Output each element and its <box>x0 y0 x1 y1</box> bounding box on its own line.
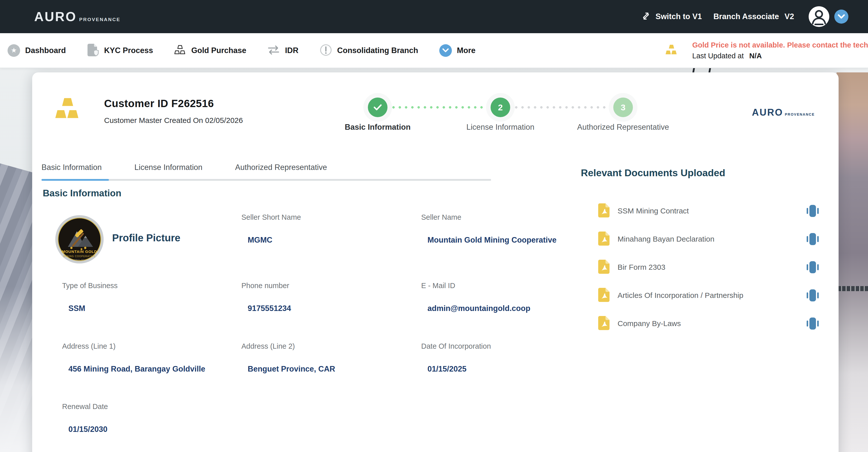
field-email-id: E - Mail ID admin@mountaingold.coop <box>421 282 530 313</box>
switch-to-v1-label: Switch to V1 <box>655 12 702 21</box>
swap-arrows-icon <box>641 10 651 23</box>
nav-label-more: More <box>457 46 475 55</box>
gold-price-status: Gold Price is not available. Please cont… <box>665 33 868 68</box>
document-name: SSM Mining Contract <box>618 207 689 215</box>
section-heading: Basic Information <box>43 188 121 199</box>
stepper-connector-upcoming <box>515 106 609 108</box>
customer-detail-card: Customer ID F262516 Customer Master Crea… <box>32 72 839 452</box>
main-navbar: ★ Dashboard KYC Process Gold Purchase <box>0 33 868 68</box>
step-basic-information: Basic Information <box>316 98 439 132</box>
nav-label-dashboard: Dashboard <box>25 46 66 55</box>
step-check-icon <box>368 98 388 117</box>
chevron-down-circle-icon <box>439 44 452 57</box>
document-row: Bir Form 2303 <box>598 253 819 281</box>
nav-item-dashboard[interactable]: ★ Dashboard <box>7 44 66 57</box>
tab-basic-information[interactable]: Basic Information <box>41 163 102 172</box>
svg-text:MNGL-001: MNGL-001 <box>74 259 85 261</box>
swap-arrows-icon <box>267 45 280 56</box>
view-document-button[interactable] <box>806 317 819 330</box>
field-label: Address (Line 1) <box>62 342 116 350</box>
field-value: Mountain Gold Mining Cooperative <box>428 235 556 245</box>
document-name: Company By-Laws <box>618 319 681 328</box>
field-renewal-date: Renewal Date 01/15/2030 <box>62 402 108 434</box>
field-value: MGMC <box>248 235 301 245</box>
field-value: 9175551234 <box>248 304 291 313</box>
tab-underline-track <box>41 179 491 181</box>
step-label: Basic Information <box>345 123 411 132</box>
nav-label-consolidating-branch: Consolidating Branch <box>337 46 418 55</box>
view-document-button[interactable] <box>806 260 819 274</box>
nav-item-consolidating-branch[interactable]: Consolidating Branch <box>319 44 418 57</box>
last-updated: Last Updated at N/A <box>692 52 868 60</box>
field-label: Type of Business <box>62 282 118 290</box>
brand-logo: AURO PROVENANCE <box>34 10 120 23</box>
background-mine-terraces <box>837 72 868 452</box>
brand-name: AURO <box>34 10 77 23</box>
stepper-connector-done <box>392 106 486 108</box>
nav-item-idr[interactable]: IDR <box>267 45 298 56</box>
tab-underline-active <box>41 179 109 181</box>
view-document-button[interactable] <box>806 204 819 218</box>
pdf-file-icon <box>598 288 610 303</box>
field-label: Seller Short Name <box>241 213 301 221</box>
field-value: SSM <box>68 304 118 313</box>
nav-label-gold-purchase: Gold Purchase <box>191 46 246 55</box>
brand-name: AURO <box>752 107 783 118</box>
field-value: 456 Mining Road, Barangay Goldville <box>68 364 205 374</box>
nav-label-kyc-process: KYC Process <box>104 46 153 55</box>
field-seller-short-name: Seller Short Name MGMC <box>241 213 301 245</box>
avatar[interactable] <box>809 6 829 27</box>
profile-picture: MOUNTAIN GOLD MINING COOPERATIVE MNGL-00… <box>55 215 104 264</box>
profile-picture-label: Profile Picture <box>112 232 180 244</box>
field-seller-name: Seller Name Mountain Gold Mining Coopera… <box>421 213 556 245</box>
customer-titles: Customer ID F262516 Customer Master Crea… <box>104 98 243 125</box>
field-type-of-business: Type of Business SSM <box>62 282 118 313</box>
nav-label-idr: IDR <box>285 46 298 55</box>
field-value: admin@mountaingold.coop <box>428 304 530 313</box>
pdf-file-icon <box>598 316 610 331</box>
switch-to-v1-button[interactable]: Switch to V1 <box>641 10 702 23</box>
gold-bars-outline-icon <box>174 44 186 57</box>
field-address-line-1: Address (Line 1) 456 Mining Road, Barang… <box>62 342 205 374</box>
document-shield-icon <box>87 43 99 58</box>
nav-item-gold-purchase[interactable]: Gold Purchase <box>174 44 246 57</box>
tab-authorized-representative[interactable]: Authorized Representative <box>235 163 327 172</box>
chevron-down-icon <box>838 14 845 19</box>
field-phone-number: Phone number 9175551234 <box>241 282 291 313</box>
star-circle-icon: ★ <box>7 44 20 57</box>
field-label: Address (Line 2) <box>241 342 295 350</box>
field-value: 01/15/2025 <box>428 364 491 374</box>
view-document-button[interactable] <box>806 289 819 302</box>
nav-item-kyc-process[interactable]: KYC Process <box>87 43 153 58</box>
field-address-line-2: Address (Line 2) Benguet Province, CAR <box>241 342 335 374</box>
document-name: Bir Form 2303 <box>618 263 665 271</box>
nav-item-more[interactable]: More <box>439 44 475 57</box>
pdf-file-icon <box>598 203 610 219</box>
field-label: Date Of Incorporation <box>421 342 491 350</box>
role-label: Branch Associate <box>713 12 779 21</box>
document-name: Minahang Bayan Declaration <box>618 235 714 244</box>
gold-price-messages: Gold Price is not available. Please cont… <box>692 41 868 60</box>
customer-id-title: Customer ID F262516 <box>104 98 243 109</box>
step-license-information: 2 License Information <box>439 98 562 132</box>
profile-menu-button[interactable] <box>834 9 848 24</box>
detail-tabs: Basic Information License Information Au… <box>41 163 327 172</box>
gold-price-warning: Gold Price is not available. Please cont… <box>692 41 868 49</box>
document-row: Articles Of Incorporation / Partnership <box>598 281 819 310</box>
gold-bars-icon <box>665 44 678 57</box>
version-label: V2 <box>784 12 794 21</box>
field-label: E - Mail ID <box>421 282 455 290</box>
tab-license-information[interactable]: License Information <box>134 163 203 172</box>
alert-circle-icon <box>319 44 332 57</box>
field-label: Renewal Date <box>62 402 108 411</box>
svg-text:MINING COOPERATIVE: MINING COOPERATIVE <box>63 255 96 258</box>
svg-text:MOUNTAIN GOLD: MOUNTAIN GOLD <box>62 249 97 254</box>
field-label: Seller Name <box>421 213 461 221</box>
brand-subtitle: PROVENANCE <box>79 17 120 22</box>
user-icon <box>809 6 829 27</box>
topbar: AURO PROVENANCE Switch to V1 Branch Asso… <box>0 0 868 33</box>
customer-created-subtitle: Customer Master Created On 02/05/2026 <box>104 116 243 125</box>
field-label: Phone number <box>241 282 289 290</box>
view-document-button[interactable] <box>806 232 819 246</box>
progress-stepper: Basic Information 2 License Information … <box>316 98 685 132</box>
